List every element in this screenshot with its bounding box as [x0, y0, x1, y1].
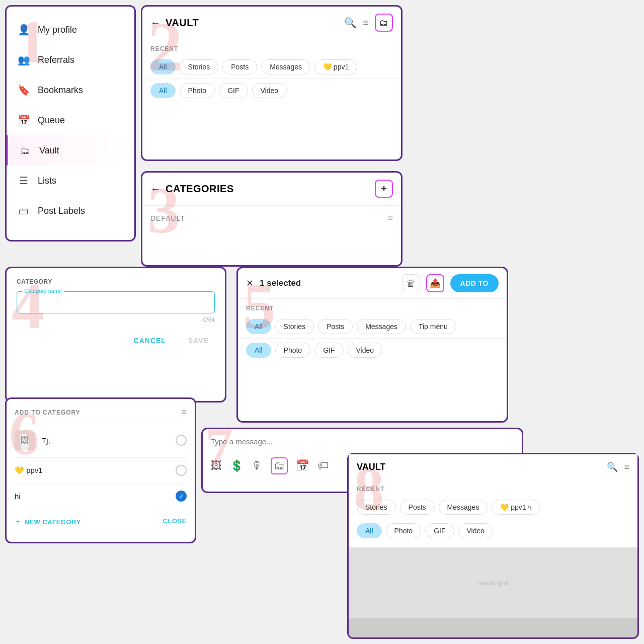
ov-filter-gif[interactable]: GIF — [425, 523, 454, 538]
ov-filter-photo[interactable]: Photo — [386, 523, 422, 538]
filter-chip-messages[interactable]: Messages — [261, 59, 310, 74]
category-sort-icon[interactable]: ≡ — [387, 213, 393, 223]
filter-chip-type-all[interactable]: All — [150, 83, 176, 98]
folder-icon: 🗂 — [379, 18, 388, 28]
filter-chip-posts[interactable]: Posts — [222, 59, 257, 74]
cat-radio-tj[interactable] — [176, 435, 187, 446]
plus-icon: + — [381, 183, 387, 195]
save-button[interactable]: SAVE — [182, 334, 215, 348]
category-name-input-wrapper: Category name — [17, 291, 215, 313]
sel-filter-type-all[interactable]: All — [246, 343, 271, 358]
sidebar-label-bookmarks: Bookmarks — [38, 85, 83, 96]
vault-overlay-panel: 8 VAULT 🔍 ≡ RECENT Stories Posts Message… — [347, 453, 639, 639]
vault-overlay-filter-icon[interactable]: ≡ — [624, 462, 629, 472]
sel-filter-chip-tipmenu[interactable]: Tip menu — [410, 319, 456, 334]
sidebar-item-myprofile[interactable]: 👤 My profile — [7, 15, 134, 45]
vault-search-icon[interactable]: 🔍 — [344, 17, 357, 29]
queue-icon: 📅 — [17, 113, 31, 127]
cat-item-hi[interactable]: hi ✓ — [15, 483, 187, 509]
sidebar-label-vault: Vault — [39, 145, 59, 156]
filter-chip-gif[interactable]: GIF — [219, 83, 248, 98]
sidebar-item-lists[interactable]: ☰ Lists — [7, 166, 134, 196]
selected-recent-label: RECENT — [238, 299, 507, 315]
ov-filter-ppv1[interactable]: 💛 ppv1 ч — [492, 500, 540, 515]
sel-filter-photo[interactable]: Photo — [275, 343, 311, 358]
sidebar-panel: 1 👤 My profile 👥 Referrals 🔖 Bookmarks 📅… — [5, 5, 136, 242]
cat-name-hi: hi — [15, 492, 21, 501]
categories-back-button[interactable]: ← — [150, 183, 160, 195]
sidebar-item-bookmarks[interactable]: 🔖 Bookmarks — [7, 75, 134, 105]
filter-chip-stories[interactable]: Stories — [180, 59, 219, 74]
vault-header-actions: 🔍 ≡ 🗂 — [344, 14, 393, 32]
lists-icon: ☰ — [17, 174, 31, 188]
sel-filter-chip-stories[interactable]: Stories — [275, 319, 314, 334]
add-cat-title: ADD TO CATEGORY — [15, 409, 80, 416]
vault-filter-icon[interactable]: ≡ — [363, 17, 369, 29]
sidebar-item-queue[interactable]: 📅 Queue — [7, 105, 134, 135]
selected-filter-row-1: All Stories Posts Messages Tip menu — [238, 315, 507, 338]
cancel-button[interactable]: CANCEL — [128, 334, 172, 348]
referrals-icon: 👥 — [17, 53, 31, 67]
sel-filter-chip-all[interactable]: All — [246, 319, 271, 334]
bookmarks-icon: 🔖 — [17, 83, 31, 97]
add-cat-sort-icon[interactable]: ≡ — [181, 407, 187, 418]
ov-filter-stories[interactable]: Stories — [357, 500, 396, 515]
vault-filter-row-1: All Stories Posts Messages 💛 ppv1 — [142, 55, 401, 78]
filter-chip-video[interactable]: Video — [252, 83, 287, 98]
cat-radio-hi[interactable]: ✓ — [176, 491, 187, 502]
close-selection-icon[interactable]: ✕ — [246, 278, 254, 289]
category-name-input[interactable] — [24, 298, 207, 306]
dollar-icon[interactable]: 💲 — [230, 459, 244, 472]
delete-selection-button[interactable]: 🗑 — [402, 274, 420, 292]
filter-chip-all[interactable]: All — [150, 59, 176, 74]
move-selection-button[interactable]: 📤 — [426, 274, 444, 292]
mic-icon[interactable]: 🎙 — [252, 459, 263, 472]
sidebar-item-vault[interactable]: 🗂 Vault — [7, 135, 134, 166]
sel-filter-gif[interactable]: GIF — [314, 343, 343, 358]
cat-item-ppv1[interactable]: 💛 ppv1 — [15, 457, 187, 483]
category-form-label: CATEGORY — [17, 278, 215, 285]
tag-icon[interactable]: 🏷 — [317, 459, 329, 472]
sel-filter-chip-messages[interactable]: Messages — [357, 319, 406, 334]
sel-filter-chip-posts[interactable]: Posts — [318, 319, 353, 334]
categories-panel: 3 ← CATEGORIES + DEFAULT ≡ — [141, 171, 403, 267]
image-icon[interactable]: 🖼 — [211, 459, 222, 472]
vault-attach-icon[interactable]: 🗂 — [271, 457, 288, 474]
vault-overlay-filter-row-1: Stories Posts Messages 💛 ppv1 ч — [349, 496, 637, 519]
ov-filter-video[interactable]: Video — [458, 523, 494, 538]
cat-thumb-tj: 🖼 — [15, 430, 35, 450]
sidebar-label-referrals: Referrals — [38, 55, 74, 65]
plus-icon-2: ＋ — [15, 517, 22, 526]
sidebar-label-queue: Queue — [38, 115, 65, 126]
calendar-icon[interactable]: 📅 — [296, 459, 309, 472]
filter-chip-photo[interactable]: Photo — [180, 83, 215, 98]
categories-header: ← CATEGORIES + — [142, 173, 401, 205]
cat-name-tj: Tj, — [42, 436, 50, 445]
char-count: 0/64 — [17, 316, 215, 324]
vault-overlay-header: VAULT 🔍 ≡ — [349, 454, 637, 479]
sel-filter-video[interactable]: Video — [348, 343, 383, 358]
vault-filter-row-2: All Photo GIF Video — [142, 79, 401, 102]
vault-folder-button[interactable]: 🗂 — [375, 14, 393, 32]
vault-icon: 🗂 — [18, 143, 32, 157]
message-input[interactable] — [211, 435, 514, 452]
filter-chip-ppv1[interactable]: 💛 ppv1 — [314, 59, 357, 74]
vault-back-button[interactable]: ← — [150, 17, 160, 29]
add-to-button[interactable]: ADD TO — [450, 274, 499, 292]
ov-filter-posts[interactable]: Posts — [400, 500, 435, 515]
add-cat-footer: ＋ NEW CATEGORY CLOSE — [15, 511, 187, 526]
new-category-button[interactable]: ＋ NEW CATEGORY — [15, 517, 81, 526]
sidebar-item-referrals[interactable]: 👥 Referrals — [7, 45, 134, 75]
ov-filter-type-all[interactable]: All — [357, 523, 382, 538]
vault-title: VAULT — [166, 17, 344, 29]
ov-filter-messages[interactable]: Messages — [439, 500, 488, 515]
vault-panel: 2 ← VAULT 🔍 ≡ 🗂 RECENT All Stories Posts… — [141, 5, 403, 161]
vault-overlay-search-icon[interactable]: 🔍 — [607, 461, 618, 472]
cat-radio-ppv1[interactable] — [176, 465, 187, 476]
sidebar-item-postlabels[interactable]: 🗃 Post Labels — [7, 196, 134, 226]
add-category-button[interactable]: + — [375, 180, 393, 198]
close-button[interactable]: CLOSE — [163, 517, 187, 526]
cat-item-tj[interactable]: 🖼 Tj, — [15, 423, 187, 457]
postlabels-icon: 🗃 — [17, 204, 31, 218]
new-category-label: NEW CATEGORY — [25, 518, 81, 526]
